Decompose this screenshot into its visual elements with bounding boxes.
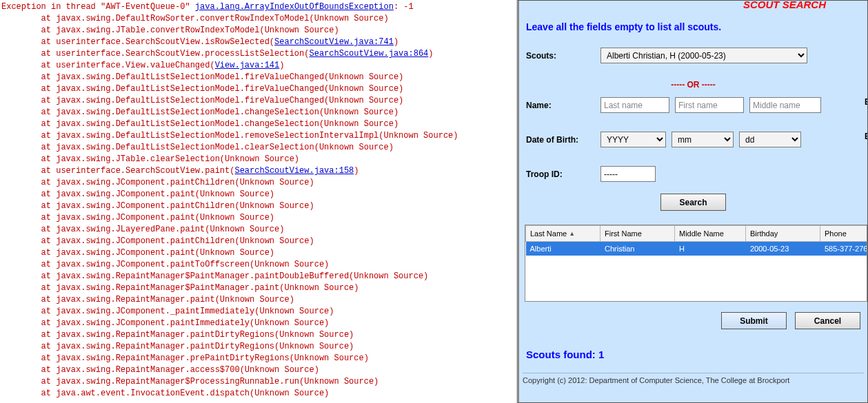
panel-hint: Leave all the fields empty to list all s…	[526, 21, 721, 32]
stack-frame: at javax.swing.JTable.clearSelection(Unk…	[1, 154, 299, 164]
stack-frame: at javax.swing.DefaultListSelectionModel…	[1, 131, 458, 141]
table-row[interactable]: Alberti Christian H 2000-05-23 585-377-2…	[526, 242, 868, 256]
stack-frame: at javax.swing.JComponent.paintChildren(…	[1, 236, 314, 246]
exception-header: Exception in thread "AWT-EventQueue-0"	[1, 2, 195, 12]
cancel-button[interactable]: Cancel	[795, 312, 860, 329]
middle-name-input[interactable]	[749, 97, 821, 113]
day-select[interactable]: dd	[739, 132, 801, 147]
stack-frame: at javax.swing.JComponent.paintChildren(…	[1, 178, 314, 187]
stack-frame: at javax.swing.JComponent.paintImmediate…	[1, 318, 329, 328]
stack-frame: at javax.swing.RepaintManager.prePaintDi…	[1, 353, 369, 363]
side-cutoff-1: E	[865, 97, 868, 107]
stack-frame: at javax.swing.RepaintManager.access$700…	[1, 365, 319, 375]
stack-frame: at javax.swing.RepaintManager.paintDirty…	[1, 342, 354, 351]
stack-frame: at javax.swing.DefaultListSelectionModel…	[1, 119, 398, 129]
scouts-select[interactable]: Alberti Christian, H (2000-05-23)	[600, 48, 807, 63]
scouts-label: Scouts:	[526, 51, 595, 61]
side-cutoff-2: E	[865, 132, 868, 141]
stack-frame: at javax.swing.RepaintManager$PaintManag…	[1, 283, 359, 293]
last-name-input[interactable]	[600, 97, 669, 113]
stack-frame: at javax.swing.DefaultListSelectionModel…	[1, 96, 403, 105]
th-phone[interactable]: Phone	[820, 226, 868, 242]
cell-first: Christian	[600, 242, 675, 256]
troop-id-input[interactable]	[600, 166, 656, 182]
source-link[interactable]: SearchScoutView.java:864	[309, 49, 428, 59]
stack-frame: at javax.swing.RepaintManager.paint(Unkn…	[1, 295, 294, 304]
copyright-text: Copyright (c) 2012: Department of Comput…	[523, 373, 864, 384]
stack-frame: at javax.swing.JComponent.paintChildren(…	[1, 201, 314, 211]
dob-label: Date of Birth:	[526, 135, 595, 145]
stack-frame: at userinterface.SearchScoutView.process…	[1, 49, 309, 59]
cell-mid: H	[675, 242, 746, 256]
source-link[interactable]: SearchScoutView.java:741	[274, 37, 394, 47]
source-link[interactable]: View.java:141	[215, 61, 280, 70]
stack-frame: at javax.swing.RepaintManager$Processing…	[1, 377, 379, 386]
stack-frame: at javax.swing.JComponent._paintImmediat…	[1, 307, 334, 316]
stack-frame: at javax.swing.RepaintManager.paintDirty…	[1, 330, 354, 340]
stack-frame: at javax.swing.JComponent.paint(Unknown …	[1, 213, 274, 223]
source-link[interactable]: SearchScoutView.java:158	[234, 166, 354, 176]
submit-button[interactable]: Submit	[721, 312, 787, 329]
stack-frame: at javax.swing.DefaultListSelectionModel…	[1, 72, 403, 82]
results-table[interactable]: Last Name ▲ First Name Middle Name Birth…	[525, 225, 867, 302]
name-label: Name:	[526, 101, 595, 110]
stack-frame: at java.awt.event.InvocationEvent.dispat…	[1, 389, 329, 398]
troop-label: Troop ID:	[526, 169, 595, 179]
scout-search-panel: SCOUT SEARCH Leave all the fields empty …	[517, 0, 868, 403]
or-separator: ----- OR -----	[519, 80, 867, 90]
stack-frame: at javax.swing.JComponent.paint(Unknown …	[1, 189, 274, 199]
first-name-input[interactable]	[675, 97, 744, 113]
stack-frame: at javax.swing.DefaultRowSorter.convertR…	[1, 14, 389, 23]
stack-frame: at javax.swing.JLayeredPane.paint(Unknow…	[1, 225, 284, 234]
stack-frame: at javax.swing.JComponent.paint(Unknown …	[1, 248, 274, 258]
stack-frame: at userinterface.SearchScoutView.paint(	[1, 166, 234, 176]
th-birthday[interactable]: Birthday	[746, 226, 820, 242]
month-select[interactable]: mm	[672, 132, 734, 147]
stack-trace-console[interactable]: Exception in thread "AWT-EventQueue-0" j…	[0, 0, 517, 403]
stack-frame: at javax.swing.JTable.convertRowIndexToM…	[1, 25, 339, 35]
stack-frame: at userinterface.SearchScoutView.isRowSe…	[1, 37, 274, 47]
th-middle-name[interactable]: Middle Name	[675, 226, 746, 242]
stack-frame: at userinterface.View.valueChanged(	[1, 61, 215, 70]
search-button[interactable]: Search	[660, 194, 726, 211]
stack-frame: at javax.swing.JComponent.paintToOffscre…	[1, 260, 329, 269]
table-header-row[interactable]: Last Name ▲ First Name Middle Name Birth…	[526, 226, 868, 242]
stack-frame: at javax.swing.RepaintManager$PaintManag…	[1, 271, 428, 281]
th-last-name[interactable]: Last Name ▲	[526, 226, 600, 242]
results-count: Scouts found: 1	[526, 349, 604, 360]
cell-phone: 585-377-2767	[820, 242, 868, 256]
panel-title: SCOUT SEARCH	[743, 0, 826, 10]
exception-class-link[interactable]: java.lang.ArrayIndexOutOfBoundsException	[195, 2, 394, 12]
sort-asc-icon: ▲	[569, 230, 575, 237]
th-first-name[interactable]: First Name	[600, 226, 675, 242]
stack-frame: at javax.swing.DefaultListSelectionModel…	[1, 107, 398, 117]
cell-last: Alberti	[526, 242, 600, 256]
stack-frame: at javax.swing.DefaultListSelectionModel…	[1, 84, 403, 94]
year-select[interactable]: YYYY	[600, 132, 666, 147]
cell-bday: 2000-05-23	[746, 242, 820, 256]
stack-frame: at javax.swing.DefaultListSelectionModel…	[1, 143, 394, 152]
